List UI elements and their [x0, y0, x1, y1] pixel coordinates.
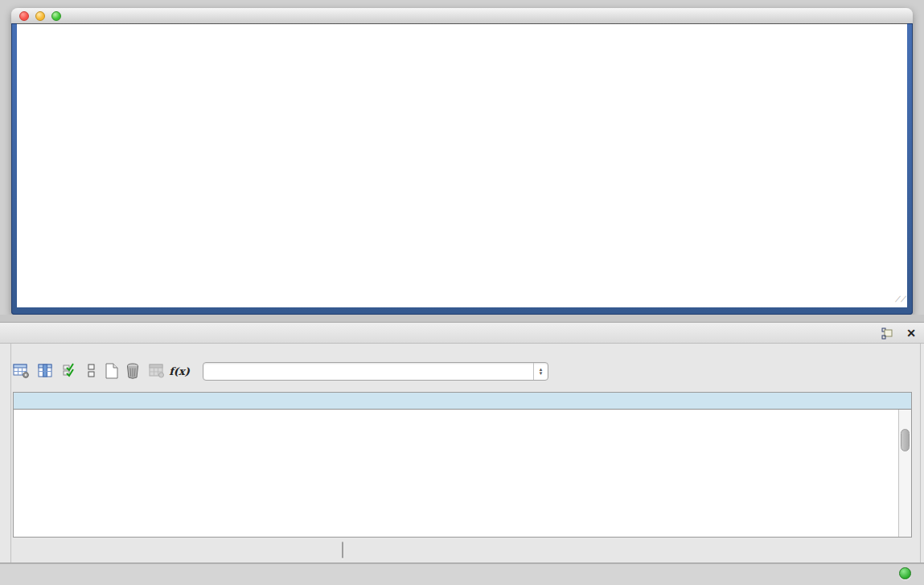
panel-splitter[interactable] — [0, 315, 924, 322]
column-chooser-icon[interactable] — [35, 360, 56, 381]
table-scrollbar[interactable] — [898, 410, 911, 537]
network-canvas[interactable]: ⟋⟋ — [17, 23, 907, 307]
network-window: ⟋⟋ — [11, 8, 913, 315]
close-window-icon[interactable] — [19, 11, 29, 21]
row-height-icon[interactable] — [81, 360, 102, 381]
memory-status-icon[interactable] — [899, 567, 911, 579]
table-scrollbar-thumb[interactable] — [901, 429, 910, 451]
float-panel-icon[interactable] — [881, 328, 894, 340]
table-panel-body: f(x) ▲▼ — [0, 344, 924, 563]
table-selector-dropdown[interactable]: ▲▼ — [203, 362, 548, 381]
canvas-resize-grip-icon[interactable]: ⟋⟋ — [895, 295, 905, 305]
status-bar — [0, 563, 924, 585]
node-attribute-table — [13, 392, 912, 538]
citation-graph[interactable] — [17, 24, 907, 307]
traffic-lights — [19, 8, 61, 23]
table-panel-header: ✕ — [0, 322, 924, 344]
close-panel-icon[interactable]: ✕ — [904, 325, 918, 341]
new-column-icon[interactable] — [101, 360, 122, 381]
minimize-window-icon[interactable] — [35, 11, 45, 21]
select-rows-icon[interactable] — [60, 360, 80, 381]
table-tabbar — [342, 542, 343, 558]
import-table-icon[interactable] — [146, 360, 167, 381]
table-settings-icon[interactable] — [11, 360, 32, 381]
function-builder-icon[interactable]: f(x) — [169, 360, 190, 381]
dropdown-arrows-icon: ▲▼ — [533, 363, 548, 380]
network-window-titlebar[interactable] — [11, 8, 913, 24]
zoom-window-icon[interactable] — [51, 11, 61, 21]
delete-column-icon[interactable] — [122, 360, 143, 381]
network-view-frame: ⟋⟋ — [11, 23, 913, 315]
table-header-row — [14, 393, 911, 410]
